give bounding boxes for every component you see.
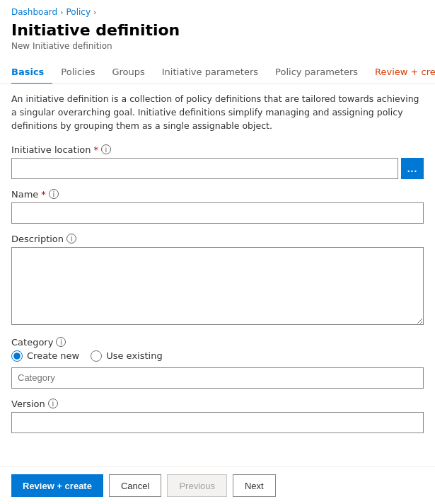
initiative-location-info-icon[interactable]: i xyxy=(101,144,111,154)
initiative-location-input-group: ... xyxy=(11,158,424,179)
radio-create-new[interactable]: Create new xyxy=(11,350,79,362)
category-label-text: Category xyxy=(11,337,53,348)
description-label-text: Description xyxy=(11,234,64,244)
tab-policy-parameters[interactable]: Policy parameters xyxy=(267,61,366,84)
next-button[interactable]: Next xyxy=(233,474,276,497)
initiative-location-label-text: Initiative location xyxy=(11,144,91,155)
description-group: Description i xyxy=(11,234,424,327)
tab-groups[interactable]: Groups xyxy=(103,61,153,84)
review-create-button[interactable]: Review + create xyxy=(11,474,103,497)
breadcrumb-policy[interactable]: Policy xyxy=(66,7,91,17)
tab-review-create[interactable]: Review + create xyxy=(366,61,435,84)
radio-use-existing-input[interactable] xyxy=(91,350,102,362)
form-content: An initiative definition is a collection… xyxy=(0,84,435,499)
version-info-icon[interactable]: i xyxy=(48,399,58,408)
version-label-text: Version xyxy=(11,399,45,409)
name-required: * xyxy=(41,189,46,200)
breadcrumb: Dashboard › Policy › xyxy=(0,0,435,20)
name-label-text: Name xyxy=(11,189,38,200)
cancel-button[interactable]: Cancel xyxy=(109,474,161,497)
initiative-location-required: * xyxy=(93,144,98,155)
category-label: Category i xyxy=(11,337,424,348)
radio-use-existing[interactable]: Use existing xyxy=(91,350,162,362)
page-subtitle: New Initiative definition xyxy=(11,41,424,51)
breadcrumb-sep-1: › xyxy=(60,8,63,17)
name-label: Name * i xyxy=(11,189,424,200)
initiative-location-ellipsis-button[interactable]: ... xyxy=(401,158,424,179)
radio-create-new-input[interactable] xyxy=(11,350,23,362)
initiative-location-label: Initiative location * i xyxy=(11,144,424,155)
tab-basics[interactable]: Basics xyxy=(11,61,52,84)
radio-create-new-label: Create new xyxy=(27,350,79,361)
info-text: An initiative definition is a collection… xyxy=(11,93,424,132)
previous-button: Previous xyxy=(167,474,227,497)
tab-initiative-parameters[interactable]: Initiative parameters xyxy=(153,61,267,84)
version-input[interactable] xyxy=(11,412,424,433)
version-group: Version i xyxy=(11,399,424,433)
category-info-icon[interactable]: i xyxy=(56,337,66,347)
version-label: Version i xyxy=(11,399,424,409)
category-input[interactable] xyxy=(11,367,424,389)
initiative-location-input[interactable] xyxy=(11,158,398,179)
tabs-nav: Basics Policies Groups Initiative parame… xyxy=(0,61,435,84)
description-info-icon[interactable]: i xyxy=(66,234,76,244)
footer: Review + create Cancel Previous Next xyxy=(0,466,435,504)
category-group: Category i Create new Use existing xyxy=(11,337,424,389)
description-textarea[interactable] xyxy=(11,247,424,325)
initiative-location-group: Initiative location * i ... xyxy=(11,144,424,179)
page-header: Initiative definition New Initiative def… xyxy=(0,20,435,55)
name-info-icon[interactable]: i xyxy=(49,189,59,199)
breadcrumb-sep-2: › xyxy=(93,8,96,17)
name-group: Name * i xyxy=(11,189,424,224)
breadcrumb-dashboard[interactable]: Dashboard xyxy=(11,7,57,17)
tab-policies[interactable]: Policies xyxy=(52,61,103,84)
page-title: Initiative definition xyxy=(11,21,424,40)
description-label: Description i xyxy=(11,234,424,244)
radio-use-existing-label: Use existing xyxy=(106,350,162,361)
name-input[interactable] xyxy=(11,202,424,224)
category-radio-group: Create new Use existing xyxy=(11,350,424,362)
